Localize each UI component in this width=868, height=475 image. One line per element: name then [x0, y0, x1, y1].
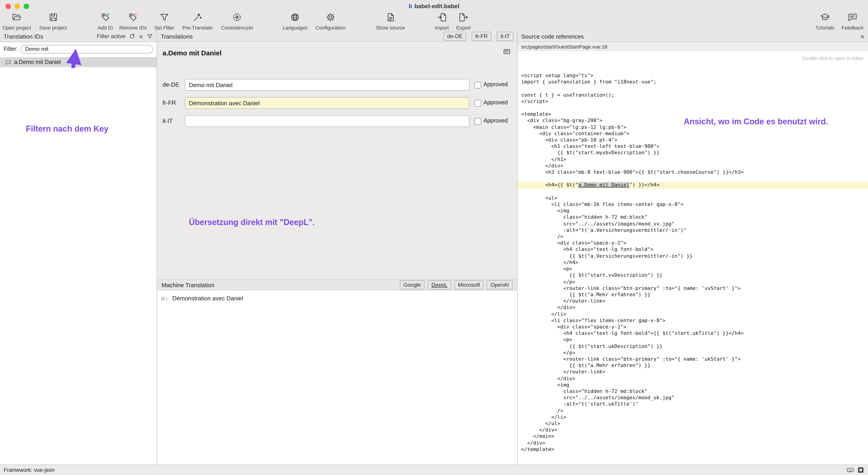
keyboard-icon[interactable] [847, 466, 854, 474]
translation-ids-panel: Translation IDs Filter active × Filter: … [0, 31, 157, 465]
window-controls [5, 4, 29, 9]
translation-id-label: a.Demo mit Daniel [14, 59, 61, 65]
window-title-text: babel-edit.babel [414, 2, 459, 9]
toolbar-remove-ids[interactable]: Remove IDs [119, 12, 147, 30]
filter-input[interactable] [21, 45, 153, 53]
toolbar-export[interactable]: Export [456, 12, 471, 30]
translation-input-fr[interactable] [185, 97, 469, 109]
window-title: b babel-edit.babel [409, 0, 459, 12]
toolbar-tutorials[interactable]: Tutorials [815, 12, 834, 30]
translation-input-it[interactable] [185, 115, 469, 127]
code-highlighted-line: <h4>{{ $t("a.Demo mit Daniel") }}</h4> [518, 182, 868, 189]
toolbar-label: Show source [376, 25, 405, 30]
mt-tab-microsoft[interactable]: Microsoft [454, 280, 484, 290]
toolbar-label: Import [435, 25, 449, 30]
toolbar-show-source[interactable]: Show source [376, 12, 405, 30]
code-view: <script setup lang="ts"> import { useTra… [518, 73, 868, 465]
graduation-cap-icon [820, 12, 830, 24]
code-text: <h4>{{ $t(" [521, 182, 578, 188]
toolbar-languages[interactable]: Languages [283, 12, 308, 30]
framework-label: Framework: vue-json [4, 467, 55, 473]
mt-tab-openai[interactable]: OpenAI [487, 280, 513, 290]
window-chrome: b babel-edit.babel Open project Save pro… [0, 0, 868, 31]
highlighted-translation-key-token: a.Demo mit Daniel [578, 182, 629, 188]
translations-body: a.Demo mit Daniel de-DE Approved fr-FR A… [157, 43, 517, 279]
list-item-translation-id[interactable]: a.Demo mit Daniel [0, 57, 157, 67]
export-icon [459, 12, 468, 24]
mt-suggestion-text: Démonstration avec Daniel [172, 295, 243, 302]
code-block-before: <script setup lang="ts"> import { useTra… [518, 73, 868, 182]
approved-label: Approved [484, 117, 508, 124]
source-references-header: Source code references × [518, 31, 868, 42]
refresh-icon[interactable] [129, 33, 135, 39]
translation-key-title: a.Demo mit Daniel [162, 49, 221, 57]
toolbar-feedback[interactable]: Feedback [842, 12, 864, 30]
toolbar-configuration[interactable]: Configuration [316, 12, 345, 30]
language-tab-fr[interactable]: fr-FR [472, 32, 491, 41]
mt-shortcut-badge: ⌘1 [161, 296, 168, 301]
toolbar-save-project[interactable]: Save project [39, 12, 67, 30]
input-source-icon[interactable] [857, 466, 864, 474]
mt-tab-deepl[interactable]: DeepL [428, 280, 451, 290]
magic-wand-icon [192, 12, 203, 24]
application-window: b babel-edit.babel Open project Save pro… [0, 0, 868, 475]
toolbar-label: ConsistencyAI [221, 25, 253, 30]
approved-checkbox[interactable] [474, 100, 481, 107]
source-document-icon [385, 12, 395, 24]
toolbar-label: Export [456, 25, 471, 30]
toolbar-set-filter[interactable]: Set Filter [154, 12, 174, 30]
gear-icon [326, 12, 336, 24]
source-references-panel: Source code references × src/pages/start… [518, 31, 868, 465]
approved-label: Approved [484, 99, 508, 106]
toolbar-consistency-ai[interactable]: ConsistencyAI [221, 12, 253, 30]
language-label: de-DE [162, 81, 179, 88]
panel-title: Translation IDs [4, 33, 43, 40]
toolbar-pre-translate[interactable]: Pre-Translate [183, 12, 213, 30]
status-bar: Framework: vue-json [0, 465, 868, 475]
toolbar-label: Open project [2, 25, 31, 30]
language-tab-de[interactable]: de-DE [443, 32, 466, 41]
filter-funnel-icon[interactable] [147, 33, 153, 39]
close-panel-icon[interactable]: × [860, 33, 864, 40]
globe-icon [290, 12, 300, 24]
remove-id-icon [128, 12, 138, 24]
language-label: fr-FR [162, 99, 176, 106]
translation-input-de[interactable] [185, 79, 469, 91]
filter-row: Filter: [0, 43, 157, 55]
toolbar-label: Save project [39, 25, 67, 30]
toolbar-label: Remove IDs [119, 25, 147, 30]
close-window-button[interactable] [5, 4, 11, 9]
filter-funnel-icon [159, 12, 169, 24]
toolbar-label: Pre-Translate [183, 25, 213, 30]
machine-translation-title: Machine Translation [162, 281, 215, 288]
toolbar-label: Set Filter [154, 25, 174, 30]
toolbar-add-id[interactable]: Add ID [98, 12, 113, 30]
toolbar-label: Languages [283, 25, 308, 30]
mt-tab-google[interactable]: Google [400, 280, 425, 290]
annotation-deepl-note: Übersetzung direkt mit "DeepL". [189, 218, 315, 227]
translations-panel: Translations de-DE fr-FR it-IT a.Demo mi… [157, 31, 518, 465]
zoom-window-button[interactable] [24, 4, 29, 9]
panel-title: Translations [161, 33, 193, 40]
feedback-bubble-icon [847, 12, 858, 24]
toolbar-label: Feedback [842, 25, 864, 30]
language-tab-it[interactable]: it-IT [497, 32, 514, 41]
app-logo-icon: b [409, 2, 412, 9]
machine-translation-header: Machine Translation Google DeepL Microso… [157, 279, 517, 291]
toolbar-open-project[interactable]: Open project [2, 12, 31, 30]
source-file-path: src/pages/start/GuestStartPage.vue:18 [521, 44, 607, 49]
minimize-window-button[interactable] [14, 4, 20, 9]
comment-note-icon[interactable] [503, 48, 511, 58]
toolbar-import[interactable]: Import [435, 12, 449, 30]
machine-translation-body: ⌘1 Démonstration avec Daniel [157, 291, 517, 465]
panel-title: Source code references [521, 33, 584, 40]
source-file-reference[interactable]: src/pages/start/GuestStartPage.vue:18 [518, 43, 868, 51]
approved-checkbox[interactable] [474, 82, 481, 89]
code-block-after: <ul> <li class="mb-16 flex items-center … [518, 189, 868, 453]
translation-ids-header: Translation IDs Filter active × [0, 31, 157, 42]
approved-checkbox[interactable] [474, 118, 481, 125]
mt-suggestion-row[interactable]: ⌘1 Démonstration avec Daniel [161, 295, 243, 302]
translation-id-list: a.Demo mit Daniel [0, 55, 157, 465]
import-icon [437, 12, 447, 24]
clear-filter-icon[interactable]: × [139, 33, 143, 40]
